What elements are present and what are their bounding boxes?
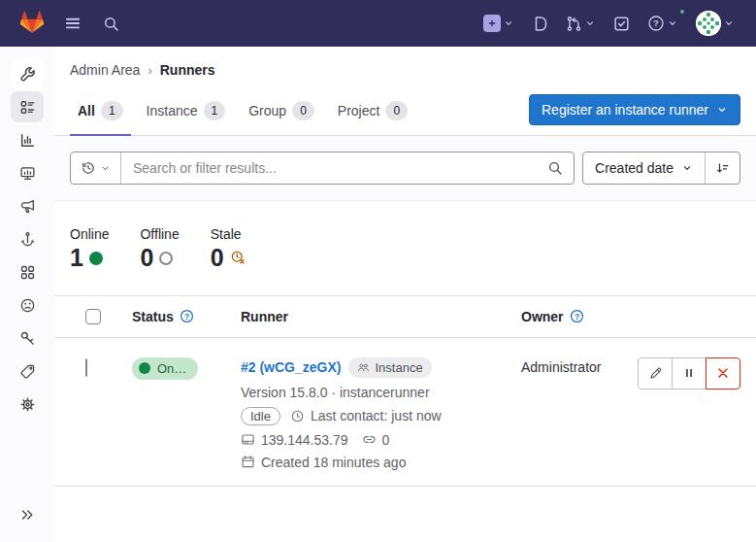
register-button-label: Register an instance runner — [542, 102, 708, 118]
delete-runner-button[interactable] — [706, 357, 740, 390]
sidebar-expand-button[interactable] — [11, 499, 44, 530]
tab-group[interactable]: Group 0 — [241, 89, 322, 136]
stat-value: 0 — [140, 245, 153, 272]
search-submit-button[interactable] — [537, 152, 574, 184]
sidebar-item-messages[interactable] — [11, 190, 44, 221]
pause-icon — [682, 366, 696, 380]
main-content: Admin Area › Runners All 1 Instance 1 — [54, 47, 756, 542]
runner-type-badge: Instance — [348, 357, 431, 378]
owner-cell: Administrator — [513, 357, 632, 377]
runner-link[interactable]: #2 (wCG_zeGX) — [241, 359, 341, 375]
issues-button[interactable] — [526, 11, 554, 37]
svg-text:?: ? — [184, 312, 189, 322]
wrench-icon — [19, 66, 36, 83]
breadcrumb-admin-area[interactable]: Admin Area — [70, 62, 140, 78]
double-chevron-right-icon — [19, 507, 35, 523]
user-menu-button[interactable] — [690, 6, 740, 41]
runner-summary-cell: #2 (wCG_zeGX) Instance Version 15.8.0 · … — [233, 357, 513, 470]
monitor-icon — [19, 165, 36, 182]
hook-icon — [19, 231, 36, 248]
pencil-icon — [648, 366, 663, 381]
search-input[interactable] — [121, 152, 537, 184]
stat-stale: Stale 0 — [211, 226, 247, 272]
chevron-down-icon — [667, 17, 678, 29]
sort-by-label: Created date — [595, 160, 674, 176]
filtered-search — [70, 152, 575, 185]
tab-all[interactable]: All 1 — [70, 89, 131, 136]
chevron-down-icon — [723, 17, 735, 29]
sidebar-item-system-hooks[interactable] — [11, 223, 44, 254]
runner-stats: Online 1 Offline 0 Stale 0 — [54, 201, 756, 295]
issues-icon — [532, 16, 548, 32]
runner-state-line: Idle Last contact: just now — [241, 407, 506, 425]
sidebar-item-labels[interactable] — [11, 356, 44, 387]
pause-runner-button[interactable] — [672, 357, 707, 390]
link-icon — [362, 432, 377, 447]
sidebar-item-admin-overview[interactable] — [11, 58, 44, 89]
sidebar-item-overview[interactable] — [11, 91, 44, 122]
sidebar-item-monitoring[interactable] — [11, 157, 44, 188]
row-checkbox[interactable] — [85, 358, 87, 377]
tab-project[interactable]: Project 0 — [330, 89, 415, 136]
search-history-button[interactable] — [71, 152, 121, 184]
select-all-checkbox[interactable] — [85, 309, 101, 324]
actions-cell — [632, 357, 740, 390]
sidebar-item-analytics[interactable] — [11, 124, 44, 155]
stat-offline: Offline 0 — [140, 226, 179, 272]
tab-label: Instance — [147, 103, 198, 119]
help-question-icon: ? — [647, 15, 665, 32]
merge-requests-button[interactable] — [560, 11, 602, 37]
breadcrumb: Admin Area › Runners — [54, 47, 756, 89]
gitlab-logo[interactable] — [16, 8, 49, 39]
clock-icon — [290, 409, 305, 423]
sidebar-item-abuse-reports[interactable] — [11, 289, 44, 321]
runner-created-line: Created 18 minutes ago — [241, 455, 506, 470]
status-help-icon[interactable]: ? — [180, 309, 194, 323]
owner-help-icon[interactable]: ? — [570, 309, 584, 323]
close-x-icon — [716, 366, 730, 380]
sidebar-item-applications[interactable] — [11, 256, 44, 288]
column-header-status: Status ? — [124, 296, 233, 337]
megaphone-icon — [19, 198, 36, 215]
stat-label: Stale — [211, 226, 247, 242]
sort-by-dropdown[interactable]: Created date — [583, 152, 705, 184]
sidebar-item-deploy-keys[interactable] — [11, 322, 44, 354]
search-icon — [103, 16, 119, 32]
status-badge-online: Online — [132, 357, 198, 380]
tab-instance[interactable]: Instance 1 — [139, 89, 234, 136]
ip-address: 139.144.53.79 — [261, 432, 348, 448]
search-icon — [547, 160, 563, 176]
new-menu-button[interactable] — [477, 10, 520, 37]
svg-text:?: ? — [653, 17, 659, 28]
admin-sidebar — [0, 47, 54, 542]
column-header-actions — [632, 304, 740, 329]
hamburger-icon — [64, 15, 82, 32]
todos-button[interactable] — [608, 11, 636, 37]
sort-direction-button[interactable] — [705, 152, 740, 184]
sidebar-item-settings[interactable] — [11, 389, 44, 420]
tab-label: Project — [338, 103, 380, 119]
created-text: Created 18 minutes ago — [261, 455, 406, 470]
chevron-down-icon — [503, 17, 514, 29]
tab-label: All — [78, 103, 95, 119]
gitlab-tanuki-icon — [19, 10, 45, 34]
grid-icon — [19, 264, 36, 281]
register-instance-runner-button[interactable]: Register an instance runner — [529, 94, 740, 125]
last-contact-text: Last contact: just now — [311, 408, 442, 423]
filter-bar: Created date — [54, 136, 756, 201]
stat-label: Offline — [140, 226, 179, 242]
search-button[interactable] — [97, 11, 125, 37]
stale-clock-x-icon — [230, 250, 247, 266]
idle-badge: Idle — [241, 407, 280, 425]
computer-icon — [241, 432, 255, 447]
runners-table-header: Status ? Runner Owner ? — [54, 295, 756, 338]
edit-runner-button[interactable] — [638, 357, 673, 390]
hamburger-menu-button[interactable] — [58, 10, 87, 37]
stat-label: Online — [70, 226, 109, 242]
todo-check-icon — [613, 16, 630, 32]
help-menu-button[interactable]: ? — [641, 10, 684, 37]
chevron-down-icon — [681, 162, 693, 174]
offline-ring-icon — [159, 252, 173, 265]
chevron-down-icon — [716, 104, 728, 116]
calendar-icon — [241, 455, 255, 469]
